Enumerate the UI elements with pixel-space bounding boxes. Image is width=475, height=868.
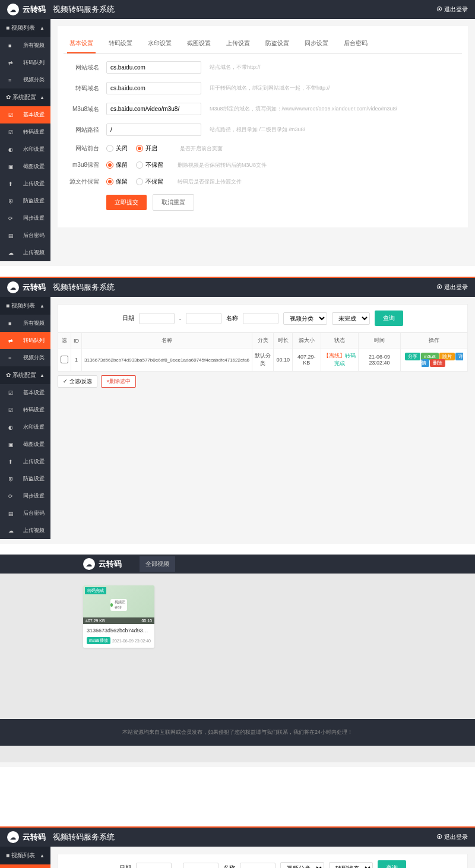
cell-status: 【离线】转码完成 bbox=[321, 349, 359, 372]
cell-size: 407.29-KB bbox=[292, 349, 321, 372]
sidebar-queue[interactable]: ⇄ 转码队列 bbox=[0, 54, 50, 71]
sidebar-screenshot[interactable]: ▣ 截图设置 bbox=[0, 436, 50, 453]
th-dur: 时长 bbox=[274, 333, 293, 349]
radio-m3u8-keep[interactable]: 保留 bbox=[106, 161, 128, 169]
tab-antisteal[interactable]: 防盗设置 bbox=[263, 34, 292, 53]
input-date-from[interactable] bbox=[136, 863, 172, 869]
input-name[interactable] bbox=[240, 863, 276, 869]
tab-transcode[interactable]: 转码设置 bbox=[106, 34, 135, 53]
th-cat: 分类 bbox=[252, 333, 274, 349]
sidebar-antisteal[interactable]: ⛨ 防盗设置 bbox=[0, 470, 50, 487]
card-duration: 00:10 bbox=[141, 619, 152, 623]
tab-password[interactable]: 后台密码 bbox=[341, 34, 370, 53]
query-button[interactable]: 查询 bbox=[378, 860, 406, 868]
logo: ☁云转码 bbox=[83, 558, 122, 570]
hint-source-keep: 转码后是否保留上传源文件 bbox=[178, 178, 242, 186]
tab-upload[interactable]: 上传设置 bbox=[224, 34, 252, 53]
card-date: 2021-06-09 23:02:40 bbox=[112, 639, 151, 643]
radio-source-keep[interactable]: 保留 bbox=[106, 178, 128, 186]
row-checkbox[interactable] bbox=[61, 356, 68, 363]
action-分享[interactable]: 分享 bbox=[405, 353, 420, 360]
tab-watermark[interactable]: 水印设置 bbox=[145, 34, 174, 53]
label-trans-domain: 转码域名 bbox=[64, 84, 99, 93]
sidebar-upload-video[interactable]: ☁ 上传视频 bbox=[0, 522, 50, 539]
sidebar-watermark[interactable]: ◐ 水印设置 bbox=[0, 419, 50, 436]
label-site-path: 网站路径 bbox=[64, 126, 99, 134]
input-site-domain[interactable] bbox=[106, 61, 201, 74]
radio-source-nokeep[interactable]: 不保留 bbox=[136, 178, 163, 186]
cell-cat: 默认分类 bbox=[252, 349, 274, 372]
sidebar-queue[interactable]: ⇄ 转码队列 bbox=[0, 332, 50, 349]
sidebar-group-video[interactable]: ■ 视频列表▲ bbox=[0, 297, 50, 315]
sidebar-group-config[interactable]: ✿ 系统配置▲ bbox=[0, 88, 50, 106]
sidebar-antisteal[interactable]: ⛨ 防盗设置 bbox=[0, 192, 50, 210]
select-category[interactable]: 视频分类 bbox=[283, 312, 327, 325]
query-button[interactable]: 查询 bbox=[375, 311, 403, 326]
submit-button[interactable]: 立即提交 bbox=[106, 195, 147, 210]
cell-name: 3136673d562bcb74d933ba577b0e6df8_8eee1ad… bbox=[82, 349, 252, 372]
select-all-button[interactable]: ✓ 全选/反选 bbox=[58, 375, 97, 388]
logo-text: 云转码 bbox=[23, 4, 46, 15]
logout-link[interactable]: ⦿ 退出登录 bbox=[436, 283, 468, 292]
video-card[interactable]: 转码完成 视频正在转 407.29 KB00:10 3136673d562bcb… bbox=[83, 585, 154, 648]
sidebar-upload[interactable]: ⬆ 上传设置 bbox=[0, 175, 50, 192]
sidebar-watermark[interactable]: ◐ 水印设置 bbox=[0, 141, 50, 158]
sidebar-password[interactable]: ▤ 后台密码 bbox=[0, 505, 50, 522]
delete-selected-button[interactable]: ×删除选中 bbox=[101, 375, 136, 388]
sidebar-transcode[interactable]: ☑ 转码设置 bbox=[0, 123, 50, 141]
cell-dur: 00:10 bbox=[274, 349, 293, 372]
action-删除[interactable]: 删除 bbox=[430, 359, 445, 367]
label-site-front: 网站前台 bbox=[64, 144, 99, 153]
sidebar-all-videos[interactable]: ■ 所有视频 bbox=[0, 864, 50, 868]
sidebar-upload-video[interactable]: ☁ 上传视频 bbox=[0, 244, 50, 261]
card-status-tag: 转码完成 bbox=[85, 587, 106, 594]
sidebar-basic[interactable]: ☑ 基本设置 bbox=[0, 106, 50, 123]
radio-front-off[interactable]: 关闭 bbox=[106, 144, 128, 153]
logout-link[interactable]: ⦿ 退出登录 bbox=[436, 833, 468, 841]
nav-all-videos[interactable]: 全部视频 bbox=[140, 556, 175, 572]
select-category[interactable]: 视频分类 bbox=[280, 862, 324, 869]
hint-site-front: 是否开启前台页面 bbox=[180, 145, 223, 153]
input-site-path[interactable] bbox=[106, 123, 201, 136]
select-status[interactable]: 转码状态 bbox=[329, 862, 373, 869]
logo: ☁云转码视频转码服务系统 bbox=[7, 831, 115, 843]
sidebar-sync[interactable]: ⟳ 同步设置 bbox=[0, 210, 50, 227]
select-status[interactable]: 未完成 bbox=[332, 312, 370, 325]
radio-front-on[interactable]: 开启 bbox=[136, 144, 157, 153]
sidebar-upload[interactable]: ⬆ 上传设置 bbox=[0, 453, 50, 470]
sidebar-group-config[interactable]: ✿ 系统配置▲ bbox=[0, 366, 50, 384]
sidebar-sync[interactable]: ⟳ 同步设置 bbox=[0, 487, 50, 505]
label-date: 日期 bbox=[119, 864, 131, 868]
tab-basic[interactable]: 基本设置 bbox=[67, 34, 96, 53]
tab-sync[interactable]: 同步设置 bbox=[302, 34, 331, 53]
input-m3u8-domain[interactable] bbox=[106, 103, 201, 115]
sidebar-group-video[interactable]: ■ 视频列表▲ bbox=[0, 847, 50, 864]
th-id: ID bbox=[71, 333, 82, 349]
play-icon: 视频正在转 bbox=[110, 599, 127, 611]
sidebar-password[interactable]: ▤ 后台密码 bbox=[0, 227, 50, 244]
input-name[interactable] bbox=[243, 313, 278, 324]
input-date-from[interactable] bbox=[139, 313, 175, 324]
reset-button[interactable]: 取消重置 bbox=[153, 194, 194, 211]
th-actions: 操作 bbox=[400, 333, 467, 349]
th-name: 名称 bbox=[82, 333, 252, 349]
label-site-domain: 网站域名 bbox=[64, 64, 99, 72]
sidebar-all-videos[interactable]: ■ 所有视频 bbox=[0, 37, 50, 54]
sidebar-category[interactable]: ≡ 视频分类 bbox=[0, 71, 50, 88]
sidebar-screenshot[interactable]: ▣ 截图设置 bbox=[0, 158, 50, 175]
sidebar-transcode[interactable]: ☑ 转码设置 bbox=[0, 401, 50, 419]
hint-site-path: 站点路径，根目录如 /二级目录如 /m3u8/ bbox=[210, 126, 305, 134]
input-date-to[interactable] bbox=[186, 313, 221, 324]
tab-screenshot[interactable]: 截图设置 bbox=[185, 34, 213, 53]
hint-site-domain: 站点域名，不带http:// bbox=[210, 64, 261, 71]
radio-m3u8-nokeep[interactable]: 不保留 bbox=[136, 161, 163, 169]
input-trans-domain[interactable] bbox=[106, 82, 201, 94]
sidebar-category[interactable]: ≡ 视频分类 bbox=[0, 349, 50, 366]
logout-link[interactable]: ⦿ 退出登录 bbox=[436, 5, 468, 14]
sidebar-all-videos[interactable]: ■ 所有视频 bbox=[0, 315, 50, 332]
card-badge[interactable]: m3u8播放 bbox=[87, 637, 110, 644]
input-date-to[interactable] bbox=[183, 863, 218, 869]
sidebar-group-video[interactable]: ■ 视频列表▲ bbox=[0, 19, 50, 37]
sidebar-basic[interactable]: ☑ 基本设置 bbox=[0, 384, 50, 401]
cell-id: 1 bbox=[71, 349, 82, 372]
